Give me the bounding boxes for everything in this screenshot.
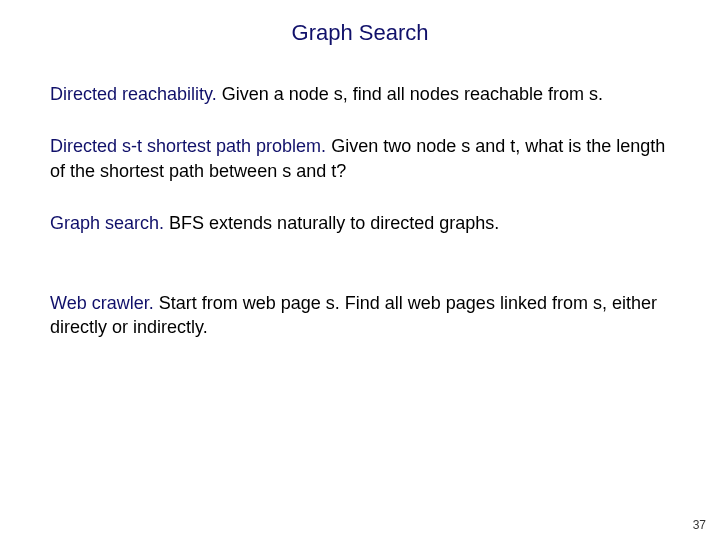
body-text: BFS extends naturally to directed graphs… <box>164 213 499 233</box>
spacer <box>50 263 670 291</box>
page-number: 37 <box>693 518 706 532</box>
lead-term: Directed reachability. <box>50 84 217 104</box>
paragraph-shortest-path: Directed s-t shortest path problem. Give… <box>50 134 670 183</box>
slide: Graph Search Directed reachability. Give… <box>0 0 720 540</box>
body-text: Given a node s, find all nodes reachable… <box>217 84 603 104</box>
lead-term: Web crawler. <box>50 293 154 313</box>
lead-term: Graph search. <box>50 213 164 233</box>
lead-term: Directed s-t shortest path problem. <box>50 136 326 156</box>
paragraph-web-crawler: Web crawler. Start from web page s. Find… <box>50 291 670 340</box>
paragraph-reachability: Directed reachability. Given a node s, f… <box>50 82 670 106</box>
paragraph-graph-search: Graph search. BFS extends naturally to d… <box>50 211 670 235</box>
slide-title: Graph Search <box>50 20 670 46</box>
